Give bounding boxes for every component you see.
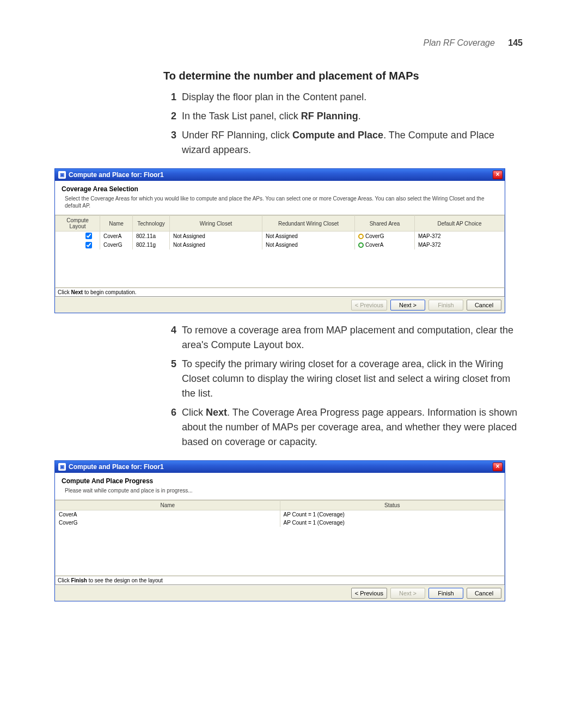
cell-name: CoverG (100, 240, 133, 249)
column-header[interactable]: Default AP Choice (415, 216, 505, 232)
step-number: 2 (163, 109, 176, 124)
section-name: Plan RF Coverage (424, 38, 495, 47)
procedure-title: To determine the number and placement of… (163, 70, 523, 82)
step: 4To remove a coverage area from MAP plac… (163, 323, 523, 352)
table-row: CoverGAP Count = 1 (Coverage) (56, 519, 505, 527)
wizard-hint: Click Finish to see the design on the la… (55, 576, 505, 585)
app-icon: ▣ (58, 463, 66, 471)
close-icon[interactable]: × (493, 171, 503, 179)
close-icon[interactable]: × (493, 462, 503, 471)
column-header: Name (56, 500, 280, 510)
previous-button[interactable]: < Previous (351, 588, 387, 599)
step: 3Under RF Planning, click Compute and Pl… (163, 128, 523, 157)
app-icon: ▣ (58, 171, 66, 179)
cell-shared-area: CoverG (355, 232, 415, 241)
wizard-header: Compute And Place Progress Please wait w… (55, 473, 505, 500)
wizard-coverage-selection: ▣ Compute and Place for: Floor1 × Covera… (54, 168, 505, 313)
coverage-table[interactable]: Compute LayoutNameTechnologyWiring Close… (55, 215, 505, 249)
column-header[interactable]: Shared Area (355, 216, 415, 232)
step-text: Click Next. The Coverage Area Progress p… (182, 405, 523, 449)
window-title: Compute and Place for: Floor1 (69, 463, 164, 471)
column-header[interactable]: Technology (133, 216, 170, 232)
step-number: 4 (163, 323, 176, 352)
page: Plan RF Coverage 145 To determine the nu… (0, 0, 588, 644)
step-text: To remove a coverage area from MAP place… (182, 323, 523, 352)
cell-name: CoverA (100, 232, 133, 241)
step-text: Display the floor plan in the Content pa… (182, 90, 523, 105)
table-row[interactable]: CoverG802.11gNot AssignedNot AssignedCov… (56, 240, 505, 249)
progress-table: NameStatus CoverAAP Count = 1 (Coverage)… (55, 500, 505, 527)
table-row: CoverAAP Count = 1 (Coverage) (56, 510, 505, 519)
previous-button[interactable]: < Previous (351, 300, 387, 311)
cell-wiring-closet[interactable]: Not Assigned (170, 240, 262, 249)
shared-area-icon (358, 242, 364, 248)
cell-default-ap[interactable]: MAP-372 (415, 240, 505, 249)
step-text: To specify the primary wiring closet for… (182, 357, 523, 401)
column-header[interactable]: Name (100, 216, 133, 232)
table-row[interactable]: CoverA802.11aNot AssignedNot AssignedCov… (56, 232, 505, 241)
shared-area-icon (358, 234, 364, 239)
wizard-step-title: Coverage Area Selection (62, 185, 498, 193)
finish-button[interactable]: Finish (428, 300, 463, 311)
cell-name: CoverA (56, 510, 280, 519)
step-number: 3 (163, 128, 176, 157)
compute-layout-checkbox[interactable] (85, 233, 92, 239)
page-number: 145 (508, 38, 523, 47)
cell-name: CoverG (56, 519, 280, 527)
cell-technology: 802.11a (133, 232, 170, 241)
cancel-button[interactable]: Cancel (467, 300, 501, 311)
step-text: Under RF Planning, click Compute and Pla… (182, 128, 523, 157)
cell-shared-area: CoverA (355, 240, 415, 249)
cell-technology: 802.11g (133, 240, 170, 249)
step-number: 5 (163, 357, 176, 401)
finish-button[interactable]: Finish (428, 588, 463, 599)
wizard-hint: Click Next to begin computation. (55, 288, 505, 297)
cell-default-ap[interactable]: MAP-372 (415, 232, 505, 241)
wizard-step-desc: Please wait while compute and place is i… (65, 487, 498, 494)
titlebar[interactable]: ▣ Compute and Place for: Floor1 × (55, 169, 505, 181)
cell-status: AP Count = 1 (Coverage) (280, 519, 505, 527)
table-empty-area (55, 527, 505, 576)
cell-wiring-closet[interactable]: Not Assigned (170, 232, 262, 241)
step: 2In the Task List panel, click RF Planni… (163, 109, 523, 124)
column-header: Status (280, 500, 505, 510)
step-number: 6 (163, 405, 176, 449)
window-title: Compute and Place for: Floor1 (69, 171, 164, 179)
column-header[interactable]: Compute Layout (56, 216, 100, 232)
step: 5To specify the primary wiring closet fo… (163, 357, 523, 401)
wizard-header: Coverage Area Selection Select the Cover… (55, 181, 505, 215)
compute-layout-checkbox[interactable] (85, 242, 92, 248)
next-button[interactable]: Next > (390, 588, 425, 599)
cell-redundant-wc[interactable]: Not Assigned (262, 240, 355, 249)
step: 6Click Next. The Coverage Area Progress … (163, 405, 523, 449)
cell-status: AP Count = 1 (Coverage) (280, 510, 505, 519)
step-number: 1 (163, 90, 176, 105)
wizard-progress: ▣ Compute and Place for: Floor1 × Comput… (54, 460, 505, 601)
cell-redundant-wc[interactable]: Not Assigned (262, 232, 355, 241)
running-header: Plan RF Coverage 145 (54, 38, 544, 48)
column-header[interactable]: Redundant Wiring Closet (262, 216, 355, 232)
next-button[interactable]: Next > (390, 300, 425, 311)
button-bar: < Previous Next > Finish Cancel (55, 297, 505, 313)
step: 1Display the floor plan in the Content p… (163, 90, 523, 105)
wizard-step-title: Compute And Place Progress (62, 477, 498, 485)
table-empty-area (55, 249, 505, 288)
titlebar[interactable]: ▣ Compute and Place for: Floor1 × (55, 461, 505, 473)
cancel-button[interactable]: Cancel (467, 588, 501, 599)
column-header[interactable]: Wiring Closet (170, 216, 262, 232)
wizard-step-desc: Select the Coverage Areas for which you … (65, 195, 498, 209)
button-bar: < Previous Next > Finish Cancel (55, 585, 505, 601)
step-text: In the Task List panel, click RF Plannin… (182, 109, 523, 124)
